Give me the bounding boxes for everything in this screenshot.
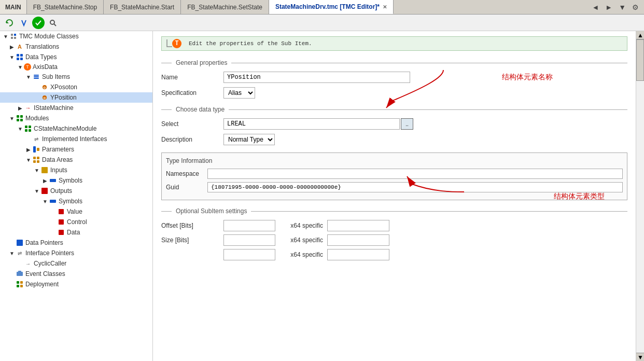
scrollbar-area[interactable]: ▲ ▼ [636, 31, 644, 361]
toggle-icon[interactable]: ▼ [33, 187, 40, 195]
tree-item-axisdata[interactable]: ▼ T AxisData [0, 62, 152, 72]
toggle-icon[interactable]: ▼ [8, 249, 16, 257]
tab-nav-back[interactable]: ◄ [590, 2, 601, 12]
toolbar-search-btn[interactable] [47, 17, 59, 29]
tree-item-data-areas[interactable]: ▼ Data Areas [0, 155, 152, 165]
tab-close-icon[interactable]: ✕ [383, 4, 387, 10]
input-extra[interactable] [223, 249, 275, 260]
select-desc[interactable]: Normal Type Other [223, 134, 275, 145]
svg-rect-42 [17, 281, 19, 284]
select-spec[interactable]: Alias Other [223, 87, 255, 99]
tree-item-interface-pointers[interactable]: ▼ ⇌ Interface Pointers [0, 248, 152, 258]
toggle-icon[interactable]: ▶ [25, 146, 32, 153]
tree-item-xposoton[interactable]: o XPosoton [0, 82, 152, 92]
sidebar-tree: ▼ TMC Module Classes ▶ A Translations ▼ … [0, 31, 153, 361]
browse-type-btn[interactable]: .. [401, 118, 413, 130]
tab-nav-forward[interactable]: ► [603, 2, 614, 12]
cstatemachinemodule-icon [24, 124, 32, 133]
input-namespace[interactable] [207, 169, 623, 179]
toggle-icon[interactable]: ▼ [41, 198, 49, 205]
tree-item-control[interactable]: Control [0, 217, 152, 227]
tree-item-sub-items[interactable]: ▼ Sub Items [0, 72, 152, 82]
input-name[interactable] [223, 72, 410, 83]
tab-tmc-editor[interactable]: StateMachineDrv.tmc [TMC Editor]* ✕ [269, 0, 394, 14]
tree-item-outputs[interactable]: ▼ Outputs [0, 186, 152, 196]
toggle-spacer [17, 260, 24, 267]
tree-label-xposoton: XPosoton [50, 84, 77, 91]
tree-item-deployment[interactable]: Deployment [0, 279, 152, 289]
tab-fb-setstate[interactable]: FB_StateMachine.SetState [181, 0, 269, 14]
input-x64-offset[interactable] [327, 220, 389, 231]
section-datatype: Choose data type Select .. Description N… [161, 106, 627, 145]
svg-rect-20 [17, 119, 19, 121]
tree-item-yposition[interactable]: o YPosition [0, 92, 152, 103]
svg-rect-40 [17, 272, 23, 276]
tab-fb-start[interactable]: FB_StateMachine.Start [104, 0, 181, 14]
tree-item-symbols-outputs[interactable]: ▼ Symbols [0, 196, 152, 206]
scroll-thumb[interactable] [636, 39, 644, 81]
input-size-bits[interactable] [223, 234, 275, 246]
toggle-icon[interactable]: ▼ [25, 73, 32, 80]
parameters-icon [32, 145, 40, 154]
input-offset-bits[interactable] [223, 220, 275, 231]
scroll-down-btn[interactable]: ▼ [636, 353, 644, 361]
toggle-icon[interactable]: ▼ [8, 115, 16, 122]
tree-item-cstatemachinemodule[interactable]: ▼ CStateMachineModule [0, 123, 152, 134]
toolbar-down-btn[interactable] [18, 17, 30, 29]
toggle-icon[interactable]: ▼ [17, 63, 24, 71]
tab-main[interactable]: MAIN [0, 0, 27, 14]
tree-item-tmc-module-classes[interactable]: ▼ TMC Module Classes [0, 31, 152, 41]
svg-marker-0 [6, 21, 9, 23]
toggle-icon[interactable]: ▼ [2, 33, 9, 40]
tree-item-modules[interactable]: ▼ Modules [0, 113, 152, 123]
tree-label-data-areas: Data Areas [42, 156, 73, 163]
content-panel: T Edit the properties of the Sub Item. G… [153, 31, 636, 361]
tree-item-symbols-inputs[interactable]: ▶ Symbols [0, 175, 152, 186]
tree-item-istatemachine[interactable]: ▶ → IStateMachine [0, 103, 152, 113]
value-icon [57, 207, 65, 216]
input-guid[interactable] [207, 182, 623, 192]
tree-item-data-pointers[interactable]: Data Pointers [0, 238, 152, 248]
tree-item-data[interactable]: Data [0, 227, 152, 238]
tab-nav-dropdown[interactable]: ▼ [617, 2, 628, 12]
toggle-icon[interactable]: ▼ [25, 156, 32, 163]
tree-item-implemented-interfaces[interactable]: ⇌ Implemented Interfaces [0, 134, 152, 144]
svg-rect-32 [41, 167, 48, 173]
label-desc: Description [161, 136, 223, 143]
input-select-type[interactable] [223, 118, 400, 130]
tab-fb-stop[interactable]: FB_StateMachine.Stop [27, 0, 104, 14]
toggle-icon[interactable]: ▶ [17, 104, 24, 112]
toggle-icon[interactable]: ▼ [33, 166, 40, 174]
scroll-track [636, 39, 644, 353]
tree-label-sub-items: Sub Items [42, 73, 70, 80]
toolbar-check-btn[interactable] [32, 17, 45, 29]
label-guid: Guid [166, 184, 207, 191]
scroll-up-btn[interactable]: ▲ [636, 31, 644, 39]
tree-item-data-types[interactable]: ▼ Data Types [0, 52, 152, 62]
tree-label-deployment: Deployment [25, 281, 59, 288]
tree-item-translations[interactable]: ▶ A Translations [0, 41, 152, 52]
toggle-icon[interactable]: ▶ [8, 43, 16, 50]
label-select: Select [161, 120, 223, 128]
toolbar-refresh-btn[interactable] [3, 17, 16, 29]
corner-bracket-icon [166, 39, 172, 48]
tree-item-inputs[interactable]: ▼ Inputs [0, 165, 152, 175]
tree-item-cyclic-caller[interactable]: → CyclicCaller [0, 258, 152, 269]
svg-rect-38 [59, 230, 64, 235]
toggle-icon[interactable]: ▶ [41, 177, 49, 184]
toggle-icon[interactable]: ▼ [17, 125, 24, 132]
tab-settings-icon[interactable]: ⚙ [630, 2, 641, 12]
interface-pointers-icon: ⇌ [16, 249, 24, 257]
input-x64-size[interactable] [327, 234, 389, 246]
tree-item-event-classes[interactable]: Event Classes [0, 269, 152, 279]
svg-point-1 [50, 20, 54, 24]
tree-label-yposition: YPosition [50, 94, 77, 101]
tree-item-value[interactable]: Value [0, 206, 152, 217]
section-header-optional: Optional SubItem settings [161, 207, 627, 215]
toggle-icon[interactable]: ▼ [8, 53, 16, 61]
toggle-spacer [25, 135, 32, 143]
input-x64-extra[interactable] [327, 249, 389, 260]
section-title-optional: Optional SubItem settings [176, 207, 247, 215]
svg-rect-12 [34, 76, 39, 77]
tree-item-parameters[interactable]: ▶ Parameters [0, 144, 152, 155]
